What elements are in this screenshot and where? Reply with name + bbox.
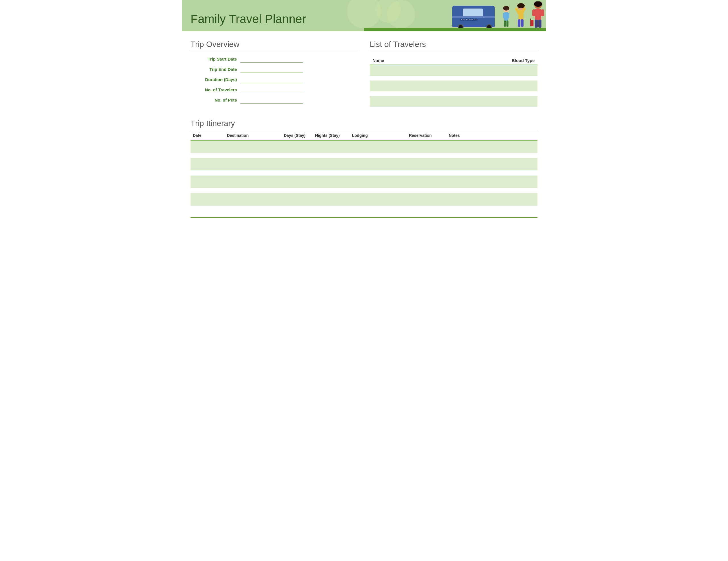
trip-start-date-label: Trip Start Date	[191, 57, 240, 63]
bus-body: AIRPORT SHUTTLE	[452, 6, 495, 27]
itinerary-col-notes: Notes	[446, 130, 537, 140]
itinerary-col-destination: Destination	[225, 130, 282, 140]
svg-rect-2	[503, 13, 505, 18]
table-row-spacer	[370, 91, 537, 96]
svg-rect-4	[504, 20, 506, 27]
footer	[191, 217, 537, 219]
header-illustration: AIRPORT SHUTTLE	[452, 0, 546, 31]
table-row	[191, 193, 537, 206]
trip-start-date-input[interactable]	[240, 56, 303, 63]
header: Family Travel Planner AIRPORT SHUTTLE	[182, 0, 546, 31]
table-row	[370, 65, 537, 76]
trip-end-date-row: Trip End Date	[191, 67, 358, 73]
travelers-header-row: Name Blood Type	[370, 56, 537, 65]
itinerary-section: Trip Itinerary Date Destination Days (St…	[191, 119, 537, 206]
trip-overview-title: Trip Overview	[191, 40, 358, 51]
trip-overview-section: Trip Overview Trip Start Date Trip End D…	[191, 40, 358, 107]
grass-strip	[364, 28, 546, 31]
person-3-icon	[530, 1, 546, 30]
table-row-spacer	[191, 170, 537, 175]
duration-days-row: Duration (Days)	[191, 77, 358, 83]
svg-rect-19	[538, 20, 541, 28]
itinerary-col-lodging: Lodging	[350, 130, 407, 140]
table-row	[370, 80, 537, 91]
travelers-col-bloodtype: Blood Type	[433, 56, 537, 65]
svg-rect-22	[530, 18, 531, 21]
num-pets-row: No. of Pets	[191, 97, 358, 103]
table-row-spacer	[191, 153, 537, 158]
app-title: Family Travel Planner	[191, 12, 306, 26]
traveler-row-3	[370, 96, 537, 107]
itinerary-col-reservation: Reservation	[407, 130, 446, 140]
itinerary-header-row: Date Destination Days (Stay) Nights (Sta…	[191, 130, 537, 140]
itinerary-table: Date Destination Days (Stay) Nights (Sta…	[191, 130, 537, 206]
svg-rect-16	[532, 9, 535, 16]
num-pets-input[interactable]	[240, 97, 303, 103]
traveler-row-2	[370, 80, 537, 91]
duration-days-input[interactable]	[240, 77, 303, 83]
people-illustration	[501, 1, 546, 31]
num-pets-label: No. of Pets	[191, 98, 240, 103]
num-travelers-input[interactable]	[240, 87, 303, 93]
svg-rect-5	[506, 20, 508, 27]
svg-point-6	[503, 6, 509, 11]
svg-point-13	[517, 3, 525, 8]
num-travelers-label: No. of Travelers	[191, 87, 240, 93]
itinerary-col-days-stay: Days (Stay)	[282, 130, 313, 140]
two-column-section: Trip Overview Trip Start Date Trip End D…	[191, 40, 537, 107]
bus-label: AIRPORT SHUTTLE	[460, 18, 477, 21]
bus-stripe	[452, 16, 495, 18]
main-content: Trip Overview Trip Start Date Trip End D…	[182, 31, 546, 211]
table-row	[191, 175, 537, 188]
itinerary-col-nights-stay: Nights (Stay)	[313, 130, 350, 140]
travelers-title: List of Travelers	[370, 40, 537, 51]
person-1-icon	[501, 6, 512, 30]
svg-rect-15	[535, 9, 541, 20]
svg-rect-12	[521, 19, 524, 27]
itinerary-col-date: Date	[191, 130, 225, 140]
table-row-spacer	[370, 76, 537, 80]
bg-circle-3	[387, 0, 415, 28]
bus-illustration: AIRPORT SHUTTLE	[452, 3, 498, 31]
num-travelers-row: No. of Travelers	[191, 87, 358, 93]
table-row-spacer	[191, 188, 537, 193]
svg-rect-11	[518, 19, 520, 27]
travelers-table: Name Blood Type	[370, 56, 537, 107]
trip-start-date-row: Trip Start Date	[191, 56, 358, 63]
table-row	[191, 140, 537, 153]
table-row	[370, 96, 537, 107]
svg-rect-17	[541, 9, 544, 16]
travelers-col-name: Name	[370, 56, 433, 65]
table-row	[191, 158, 537, 170]
travelers-section: List of Travelers Name Blood Type	[370, 40, 537, 107]
person-2-icon	[513, 3, 529, 30]
svg-rect-3	[507, 13, 509, 18]
duration-days-label: Duration (Days)	[191, 77, 240, 83]
trip-end-date-input[interactable]	[240, 67, 303, 73]
itinerary-title: Trip Itinerary	[191, 119, 537, 130]
traveler-row-1	[370, 65, 537, 76]
svg-rect-18	[535, 20, 538, 28]
trip-end-date-label: Trip End Date	[191, 67, 240, 73]
